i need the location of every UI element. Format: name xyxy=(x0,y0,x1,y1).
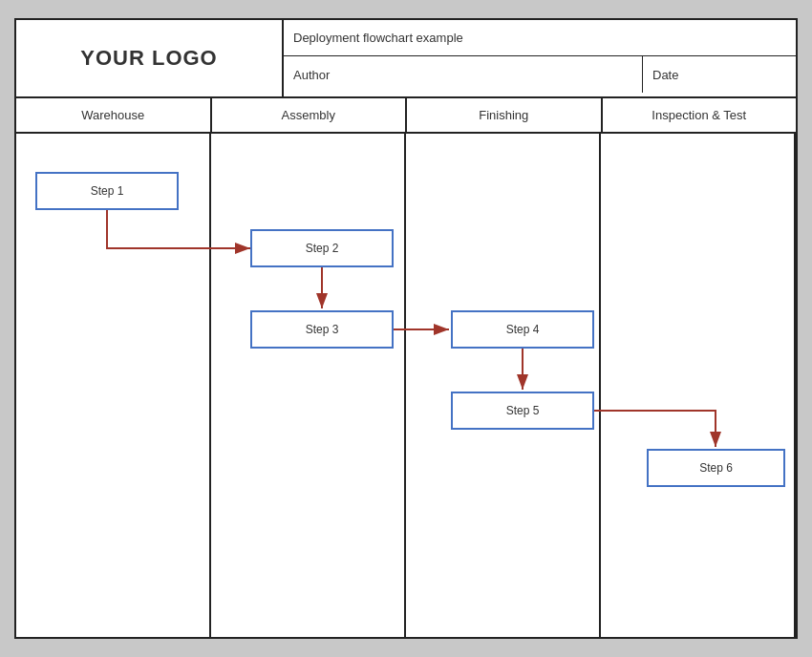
lane-assembly xyxy=(211,134,406,637)
meta-row: Author Date xyxy=(284,56,796,93)
logo-cell: YOUR LOGO xyxy=(16,20,284,96)
header-right: Deployment flowchart example Author Date xyxy=(284,20,796,96)
lane-header-warehouse: Warehouse xyxy=(16,98,212,132)
author-cell: Author xyxy=(284,56,643,93)
step5-box: Step 5 xyxy=(451,392,594,430)
lanes-body: Step 1 Step 2 Step 3 Step 4 Step 5 Step … xyxy=(16,134,796,637)
step1-box: Step 1 xyxy=(35,172,179,210)
date-label: Date xyxy=(652,68,678,82)
title-row: Deployment flowchart example xyxy=(284,20,796,56)
step3-box: Step 3 xyxy=(250,310,394,349)
lane-headers: Warehouse Assembly Finishing Inspection … xyxy=(16,98,796,134)
date-cell: Date xyxy=(643,56,796,93)
step6-box: Step 6 xyxy=(647,449,785,487)
diagram-title: Deployment flowchart example xyxy=(293,31,463,45)
author-label: Author xyxy=(293,68,330,82)
lane-header-finishing: Finishing xyxy=(407,98,603,132)
lane-header-assembly: Assembly xyxy=(212,98,408,132)
lane-inspection xyxy=(601,134,796,637)
flowchart-frame: YOUR LOGO Deployment flowchart example A… xyxy=(14,18,798,639)
lane-finishing xyxy=(406,134,601,637)
header: YOUR LOGO Deployment flowchart example A… xyxy=(16,20,796,98)
lane-header-inspection: Inspection & Test xyxy=(603,98,797,132)
logo-text: YOUR LOGO xyxy=(80,46,217,71)
step2-box: Step 2 xyxy=(250,229,394,267)
step4-box: Step 4 xyxy=(451,310,594,349)
